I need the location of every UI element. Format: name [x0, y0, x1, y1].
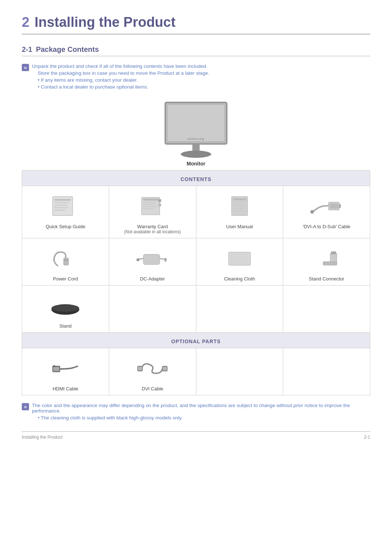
svg-rect-20	[158, 204, 161, 206]
svg-rect-27	[233, 210, 245, 211]
item-dvi-opt: DVI Cable	[109, 348, 196, 395]
user-manual-img	[200, 192, 279, 221]
table-row: HDMI Cable DVI Cable	[22, 348, 370, 395]
svg-rect-50	[53, 367, 59, 371]
bottom-main-note: The color and the appearance may differ …	[32, 403, 370, 414]
svg-rect-18	[143, 208, 154, 209]
note-block: N Unpack the product and check if all of…	[22, 63, 370, 90]
svg-rect-46	[331, 251, 336, 254]
warranty-label: Warranty Card	[113, 224, 192, 229]
svg-rect-8	[54, 199, 71, 201]
svg-rect-45	[323, 262, 337, 265]
bottom-sub-note: • The cleaning cloth is supplied with bl…	[32, 415, 370, 420]
svg-point-30	[310, 210, 314, 214]
svg-rect-51	[53, 365, 55, 367]
item-power-cord: Power Cord	[22, 238, 109, 286]
empty-opt-1	[196, 348, 283, 395]
dc-adapter-label: DC-Adapter	[113, 276, 192, 282]
svg-rect-3	[168, 105, 224, 141]
empty-opt-2	[283, 348, 370, 395]
item-stand-connector: Stand Connector	[283, 238, 370, 286]
contents-header: CONTENTS	[22, 171, 370, 186]
footer-right: 2-1	[364, 435, 370, 440]
note-icon: N	[22, 64, 29, 71]
warranty-sublabel: (Not available in all locations)	[113, 229, 192, 234]
svg-point-48	[52, 304, 79, 312]
svg-point-36	[136, 258, 139, 261]
section-title: 2-1Package Contents	[22, 45, 370, 56]
hdmi-img	[26, 354, 105, 383]
dvi-opt-label: DVI Cable	[113, 386, 192, 391]
empty-cell-1	[109, 286, 196, 333]
warranty-img	[113, 192, 192, 221]
empty-cell-2	[196, 286, 283, 333]
hdmi-label: HDMI Cable	[26, 386, 105, 391]
monitor-image: samsung	[160, 100, 232, 159]
user-manual-label: User Manual	[200, 224, 279, 229]
svg-rect-9	[54, 202, 69, 203]
monitor-section: samsung Monitor	[22, 100, 370, 167]
svg-rect-17	[143, 206, 157, 207]
power-cord-img	[26, 244, 105, 273]
svg-rect-53	[138, 367, 142, 370]
svg-rect-10	[54, 205, 67, 206]
stand-connector-label: Stand Connector	[287, 276, 366, 282]
svg-rect-35	[143, 254, 160, 264]
svg-point-34	[66, 259, 68, 261]
quick-setup-label: Quick Setup Guide	[26, 224, 105, 229]
svg-rect-24	[233, 204, 244, 205]
monitor-label: Monitor	[187, 161, 205, 167]
svg-rect-29	[330, 204, 338, 209]
dvi-cable-img	[287, 192, 366, 221]
svg-rect-37	[164, 258, 167, 262]
item-hdmi: HDMI Cable	[22, 348, 109, 395]
note-sub-2: • If any items are missing, contact your…	[32, 77, 209, 83]
note-text: Unpack the product and check if all of t…	[32, 63, 209, 90]
bottom-note-block: N The color and the appearance may diffe…	[22, 403, 370, 420]
note-sub-3: • Contact a local dealer to purchase opt…	[32, 84, 209, 90]
svg-rect-5	[192, 144, 200, 151]
monitor-svg: samsung	[160, 100, 232, 159]
cleaning-cloth-label: Cleaning Cloth	[200, 276, 279, 282]
note-main: Unpack the product and check if all of t…	[32, 63, 209, 69]
svg-rect-23	[233, 201, 245, 202]
footer-left: Installing the Product	[22, 435, 62, 440]
svg-point-33	[64, 259, 66, 261]
item-dc-adapter: DC-Adapter	[109, 238, 196, 286]
footer: Installing the Product 2-1	[22, 431, 370, 440]
svg-rect-16	[143, 204, 156, 205]
quick-setup-img	[26, 192, 105, 221]
svg-rect-15	[143, 202, 157, 203]
svg-rect-25	[233, 206, 245, 207]
dc-adapter-img	[113, 244, 192, 273]
bottom-notes: N The color and the appearance may diffe…	[22, 403, 370, 420]
item-warranty: Warranty Card (Not available in all loca…	[109, 186, 196, 238]
svg-rect-32	[64, 258, 69, 265]
svg-text:samsung: samsung	[188, 137, 204, 140]
item-dvi-cable: 'DVI-A to D-Sub' Cable	[283, 186, 370, 238]
svg-text:N: N	[24, 405, 27, 409]
chapter-num: 2	[22, 15, 29, 30]
note-sub-1: Store the packaging box in case you need…	[32, 70, 209, 76]
svg-rect-11	[54, 207, 68, 208]
stand-label: Stand	[26, 323, 105, 329]
svg-rect-19	[158, 199, 161, 202]
item-user-manual: User Manual	[196, 186, 283, 238]
dvi-opt-img	[113, 354, 192, 383]
stand-connector-img	[287, 244, 366, 273]
svg-rect-26	[233, 208, 243, 209]
svg-rect-31	[339, 204, 341, 208]
svg-rect-12	[54, 210, 65, 211]
optional-header: OPTIONAL PARTS	[22, 333, 370, 348]
svg-rect-55	[163, 367, 167, 370]
table-row: Power Cord DC-Adapter	[22, 238, 370, 286]
page-title: 2Installing the Product	[22, 15, 370, 34]
cleaning-cloth-img	[200, 244, 279, 273]
bottom-note-icon: N	[22, 403, 29, 410]
svg-rect-22	[233, 198, 246, 200]
item-quick-setup: Quick Setup Guide	[22, 186, 109, 238]
table-row: Stand	[22, 286, 370, 333]
item-stand: Stand	[22, 286, 109, 333]
item-cleaning-cloth: Cleaning Cloth	[196, 238, 283, 286]
svg-point-6	[181, 151, 211, 158]
